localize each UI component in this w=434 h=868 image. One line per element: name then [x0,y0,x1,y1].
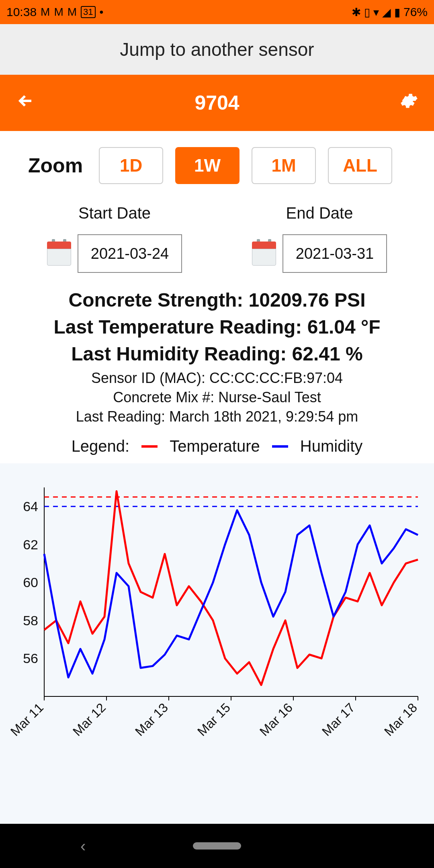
legend-row: Legend: TemperatureHumidity [12,437,422,455]
date-row: Start Date 2021-03-24 End Date 2021-03-3… [12,204,422,273]
end-date-label: End Date [252,204,387,222]
info-panel: Zoom 1D1W1MALL Start Date 2021-03-24 End… [0,131,434,463]
sensor-title: 9704 [194,91,239,115]
legend-line-humidity [272,445,288,448]
svg-text:Mar 11: Mar 11 [8,700,46,739]
zoom-button-1w[interactable]: 1W [175,147,240,184]
bluetooth-icon: ✱ [352,6,361,19]
android-nav-bar: ‹ [0,824,434,868]
svg-text:62: 62 [23,537,38,552]
legend-label-temperature: Temperature [170,437,260,455]
gmail-icon: M [68,6,77,18]
svg-text:60: 60 [23,575,38,590]
gmail-icon: M [54,6,63,18]
svg-text:58: 58 [23,613,38,628]
wifi-icon: ▾ [373,6,379,19]
dot-icon: • [100,6,104,18]
android-status-bar: 10:38 M M M 31 • ✱ ▯ ▾ ◢ ▮ 76% [0,0,434,24]
signal-icon: ◢ [382,6,391,19]
gmail-icon: M [41,6,50,18]
vibrate-icon: ▯ [364,6,370,19]
zoom-button-all[interactable]: ALL [328,147,392,184]
last-humidity: Last Humidity Reading: 62.41 % [12,343,422,365]
start-date-col: Start Date 2021-03-24 [47,204,182,273]
svg-text:Mar 18: Mar 18 [381,700,420,739]
zoom-button-1m[interactable]: 1M [252,147,316,184]
settings-gear-icon[interactable] [399,91,418,115]
last-reading-time: Last Reading: March 18th 2021, 9:29:54 p… [12,408,422,425]
svg-text:Mar 16: Mar 16 [257,700,295,739]
jump-sensor-button[interactable]: Jump to another sensor [0,24,434,75]
svg-text:Mar 13: Mar 13 [132,700,171,739]
concrete-mix: Concrete Mix #: Nurse-Saul Test [12,389,422,406]
zoom-button-1d[interactable]: 1D [99,147,163,184]
line-chart[interactable]: 5658606264Mar 11Mar 12Mar 13Mar 15Mar 16… [8,479,426,753]
title-bar: 9704 [0,75,434,131]
readings-block: Concrete Strength: 10209.76 PSI Last Tem… [12,289,422,425]
start-date-label: Start Date [47,204,182,222]
end-date-col: End Date 2021-03-31 [252,204,387,273]
legend-label: Legend: [72,437,130,455]
jump-label: Jump to another sensor [120,39,314,60]
end-date-input[interactable]: 2021-03-31 [283,234,387,273]
calendar-icon: 31 [81,6,95,18]
chart-area[interactable]: 5658606264Mar 11Mar 12Mar 13Mar 15Mar 16… [0,463,434,824]
start-date-input[interactable]: 2021-03-24 [78,234,182,273]
legend-line-temperature [141,445,158,448]
svg-text:Mar 17: Mar 17 [319,700,358,739]
back-arrow-icon[interactable] [16,91,35,115]
zoom-label: Zoom [28,154,83,177]
status-time: 10:38 [6,5,37,19]
svg-text:Mar 15: Mar 15 [194,700,233,739]
battery-percent: 76% [403,5,428,19]
nav-back-icon[interactable]: ‹ [80,837,86,855]
calendar-icon[interactable] [47,242,71,266]
zoom-row: Zoom 1D1W1MALL [12,147,422,184]
battery-icon: ▮ [394,6,400,19]
legend-label-humidity: Humidity [300,437,363,455]
concrete-strength: Concrete Strength: 10209.76 PSI [12,289,422,311]
svg-text:Mar 12: Mar 12 [70,700,108,739]
svg-text:56: 56 [23,651,38,666]
last-temperature: Last Temperature Reading: 61.04 °F [12,316,422,338]
calendar-icon[interactable] [252,242,276,266]
sensor-id: Sensor ID (MAC): CC:CC:CC:FB:97:04 [12,370,422,387]
svg-text:64: 64 [23,499,38,514]
nav-home-pill[interactable] [193,842,241,850]
